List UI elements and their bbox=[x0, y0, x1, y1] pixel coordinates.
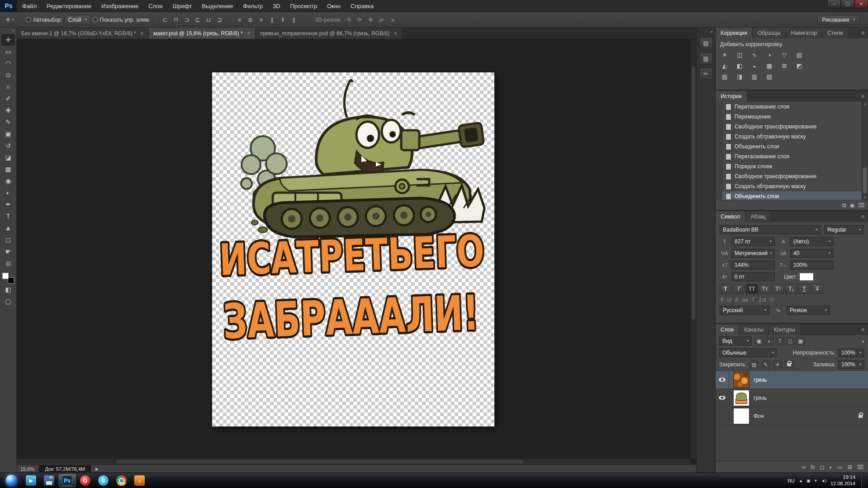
new-snapshot-icon[interactable]: ◉ bbox=[850, 202, 854, 208]
path-select-tool-icon[interactable]: ▲ bbox=[1, 222, 15, 234]
align-right-icon[interactable]: ⊐ bbox=[182, 15, 192, 24]
clone-stamp-tool-icon[interactable]: ▣ bbox=[1, 128, 15, 140]
toolbar-collapse-icon[interactable]: » bbox=[10, 28, 16, 34]
posterize-icon[interactable]: ▨ bbox=[719, 72, 730, 81]
new-document-from-state-icon[interactable]: ⧉ bbox=[842, 202, 846, 208]
menu-item[interactable]: Шрифт bbox=[168, 0, 197, 12]
грязь[interactable]: грязь bbox=[716, 371, 868, 389]
history-state[interactable]: Свободное трансформирование bbox=[716, 122, 862, 132]
swash-icon[interactable]: A bbox=[735, 297, 738, 303]
show-transform-controls-checkbox[interactable] bbox=[93, 17, 98, 22]
layer-name[interactable]: грязь bbox=[754, 395, 767, 401]
channel-mixer-icon[interactable]: ▦ bbox=[764, 61, 775, 70]
language-dropdown[interactable]: Русский ▾ bbox=[720, 306, 769, 315]
fill-dropdown[interactable]: 100% ▾ bbox=[838, 360, 864, 369]
font-size-field[interactable]: 827 пт ▾ bbox=[731, 237, 775, 246]
background-color-swatch[interactable] bbox=[8, 277, 14, 284]
history-source-well[interactable] bbox=[716, 181, 722, 191]
chrome-app-icon[interactable] bbox=[113, 474, 130, 487]
hue-saturation-icon[interactable]: ▤ bbox=[794, 50, 805, 59]
foreground-color-swatch[interactable] bbox=[2, 273, 9, 279]
panel-menu-icon[interactable]: ≡ bbox=[858, 324, 868, 335]
filter-pixel-layers-icon[interactable]: ▣ bbox=[754, 337, 764, 346]
align-v-center-icon[interactable]: ⊔ bbox=[204, 15, 213, 24]
distribute-right-icon[interactable]: ∥ bbox=[289, 15, 299, 24]
distribute-h-center-icon[interactable]: ⫴ bbox=[278, 15, 288, 24]
delete-state-icon[interactable]: ⌧ bbox=[858, 202, 864, 208]
panel-menu-icon[interactable]: ≡ bbox=[858, 28, 868, 38]
text-color-swatch[interactable] bbox=[799, 273, 814, 281]
volume-tray-icon[interactable]: ◄) bbox=[821, 479, 826, 483]
menu-item[interactable]: Слои bbox=[143, 0, 168, 12]
history-source-well[interactable] bbox=[716, 102, 722, 112]
subscript-icon[interactable]: T₁ bbox=[785, 284, 797, 294]
collapsed-panel-group-1-icon[interactable]: ▤ bbox=[699, 37, 713, 49]
ordinals-icon[interactable]: 1st bbox=[759, 297, 766, 303]
scroll-down-icon[interactable]: ▼ bbox=[864, 196, 867, 199]
photo-filter-icon[interactable]: ◒ bbox=[749, 61, 760, 70]
history-state[interactable]: Создать обтравочную маску bbox=[716, 132, 862, 142]
distribute-left-icon[interactable]: ∥ bbox=[267, 15, 277, 24]
грязь[interactable]: грязь bbox=[716, 389, 868, 407]
panel-menu-icon[interactable]: ≡ bbox=[858, 91, 868, 102]
panel-menu-icon[interactable]: ≡ bbox=[858, 211, 868, 222]
current-tool-dropdown[interactable]: ✛ ▾ bbox=[4, 16, 16, 23]
menu-item[interactable]: Редактирование bbox=[42, 0, 96, 12]
blend-mode-dropdown[interactable]: Обычные ▾ bbox=[719, 348, 777, 357]
color-swatches[interactable] bbox=[2, 273, 14, 284]
scroll-up-icon[interactable]: ▲ bbox=[864, 103, 867, 105]
align-top-icon[interactable]: ⊑ bbox=[193, 15, 203, 24]
panel-tab[interactable]: Контуры bbox=[769, 324, 801, 335]
panel-tab[interactable]: Стили bbox=[822, 28, 849, 38]
horizontal-scale-field[interactable]: 100% bbox=[790, 261, 834, 270]
layer-thumbnail[interactable] bbox=[733, 372, 749, 388]
opacity-dropdown[interactable]: 100% ▾ bbox=[838, 349, 864, 357]
3d-roll-icon[interactable]: ⟳ bbox=[355, 15, 365, 24]
curves-icon[interactable]: ∿ bbox=[749, 50, 760, 59]
shape-tool-icon[interactable]: ◻ bbox=[1, 234, 15, 246]
quick-mask-icon[interactable]: ◧ bbox=[1, 284, 15, 295]
eraser-tool-icon[interactable]: ◪ bbox=[1, 152, 15, 163]
panel-tab[interactable]: История bbox=[716, 91, 747, 102]
vertical-scrollbar[interactable] bbox=[690, 39, 696, 459]
taskbar-clock[interactable]: 19:14 12.08.2014 bbox=[830, 474, 857, 487]
filter-type-layers-icon[interactable]: T bbox=[775, 337, 784, 346]
autoselect-checkbox[interactable] bbox=[26, 17, 31, 22]
vertical-scrollbar-thumb[interactable] bbox=[692, 66, 695, 320]
titling-alternates-icon[interactable]: T bbox=[752, 297, 755, 303]
baseline-shift-field[interactable]: 0 пт bbox=[731, 272, 775, 281]
history-source-well[interactable] bbox=[716, 161, 722, 171]
lock-all-icon[interactable] bbox=[785, 360, 794, 369]
align-bottom-icon[interactable]: ⊒ bbox=[214, 15, 224, 24]
filter-adjustment-layers-icon[interactable]: ◐ bbox=[765, 337, 774, 346]
eyedropper-tool-icon[interactable]: ✐ bbox=[1, 93, 15, 104]
tab-close-icon[interactable]: ✕ bbox=[247, 31, 251, 36]
status-options-icon[interactable]: ▶ bbox=[95, 467, 99, 471]
add-mask-icon[interactable]: ◻ bbox=[820, 464, 825, 470]
save-app-icon[interactable] bbox=[41, 474, 57, 487]
menu-item[interactable]: Просмотр bbox=[285, 0, 322, 12]
fractions-icon[interactable]: ½ bbox=[769, 297, 774, 303]
delete-layer-icon[interactable]: ⌧ bbox=[857, 464, 863, 470]
start-button[interactable] bbox=[5, 474, 18, 487]
align-left-icon[interactable]: ⊏ bbox=[160, 15, 170, 24]
faux-bold-icon[interactable]: T bbox=[720, 284, 731, 294]
display-tray-icon[interactable]: ▣ bbox=[806, 479, 811, 483]
history-state[interactable]: Создать обтравочную маску bbox=[716, 181, 862, 191]
color-balance-icon[interactable]: ◭ bbox=[719, 61, 730, 70]
document-canvas[interactable]: ИСАТРЕТЬЕГО ЗАБРАААЛИ! bbox=[212, 72, 494, 426]
history-state[interactable]: Перемещение bbox=[716, 112, 862, 122]
stylistic-alternates-icon[interactable]: aa bbox=[742, 297, 748, 303]
move-tool-icon[interactable]: ✛ bbox=[1, 34, 15, 46]
menu-item[interactable]: 3D bbox=[268, 0, 285, 12]
autoselect-target-dropdown[interactable]: Слой ▾ bbox=[65, 15, 90, 24]
history-source-well[interactable] bbox=[716, 152, 722, 161]
strikethrough-icon[interactable]: T bbox=[811, 284, 823, 294]
levels-icon[interactable]: ◫ bbox=[734, 50, 745, 59]
close-button[interactable]: ✕ bbox=[854, 0, 868, 8]
font-family-dropdown[interactable]: BadaBoom BB ▾ bbox=[720, 225, 821, 234]
superscript-icon[interactable]: T¹ bbox=[772, 284, 784, 294]
screen-mode-icon[interactable]: ▢ bbox=[1, 295, 15, 307]
player-app-icon[interactable]: ♪ bbox=[131, 474, 148, 487]
restore-button[interactable]: ▢ bbox=[841, 0, 854, 8]
